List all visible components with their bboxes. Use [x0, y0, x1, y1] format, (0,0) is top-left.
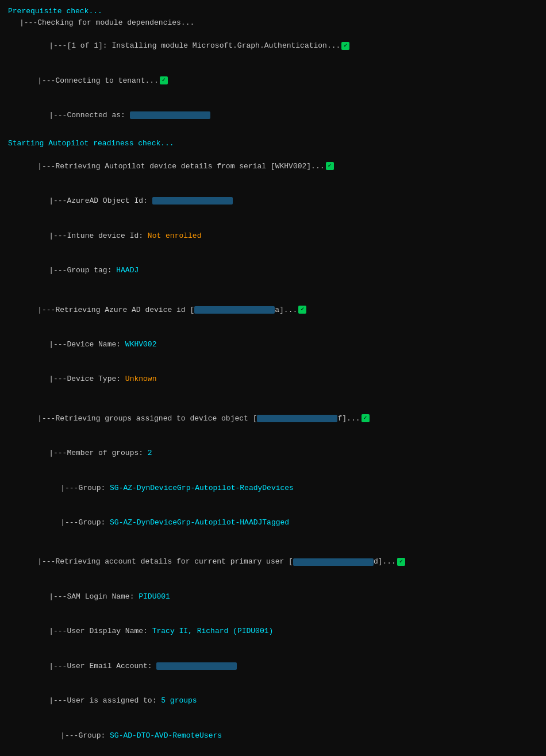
user-group1-line: |---Group: SG-AD-DTO-AVD-RemoteUsers	[8, 718, 538, 753]
group-tag-value: HAADJ	[116, 266, 139, 275]
sam-login-line: |---SAM Login Name: PIDU001	[8, 580, 538, 614]
check-icon-5: ✓	[362, 414, 370, 422]
check-icon-2: ✓	[160, 76, 168, 84]
connected-as-value	[130, 111, 210, 119]
check-icon-6: ✓	[397, 558, 405, 566]
user-email-value	[156, 662, 237, 670]
retrieving-groups-line: |---Retrieving groups assigned to device…	[8, 402, 538, 436]
azuread-object-id-value	[152, 197, 233, 205]
device-name-line: |---Device Name: WKHV002	[8, 327, 538, 362]
intune-not-enrolled: Not enrolled	[148, 232, 202, 240]
prerequisite-check-label: Prerequisite check...	[8, 6, 538, 17]
device-type-line: |---Device Type: Unknown	[8, 362, 538, 396]
device-name-value: WKHV002	[125, 340, 157, 349]
check-icon: ✓	[341, 42, 349, 50]
sam-login-value: PIDU001	[139, 592, 170, 601]
group1-line: |---Group: SG-AZ-DynDeviceGrp-Autopilot-…	[8, 470, 538, 505]
user-email-line: |---User Email Account:	[8, 649, 538, 684]
user-assigned-to-line: |---User is assigned to: 5 groups	[8, 684, 538, 718]
user-group1-value: SG-AD-DTO-AVD-RemoteUsers	[110, 731, 222, 740]
retrieving-account-line: |---Retrieving account details for curre…	[8, 545, 538, 579]
group2-value: SG-AZ-DynDeviceGrp-Autopilot-HAADJTagged	[110, 518, 289, 527]
member-groups-count: 2	[148, 449, 152, 457]
starting-autopilot-label: Starting Autopilot readiness check...	[8, 138, 538, 149]
connected-as-line: |---Connected as:	[8, 98, 538, 133]
user-display-line: |---User Display Name: Tracy II, Richard…	[8, 614, 538, 649]
user-assigned-groups: 5 groups	[161, 696, 197, 705]
user-display-value: Tracy II, Richard (PIDU001)	[152, 627, 274, 635]
intune-device-id-line: |---Intune device Id: Not enrolled	[8, 219, 538, 253]
azure-id-blurred	[194, 306, 275, 314]
connecting-tenant-line: |---Connecting to tenant...✓	[8, 64, 538, 98]
device-type-value: Unknown	[125, 375, 157, 383]
check-icon-3: ✓	[326, 162, 334, 170]
checking-module-line: |---Checking for module dependencies...	[8, 17, 538, 29]
groups-blurred	[257, 415, 337, 422]
group1-value: SG-AZ-DynDeviceGrp-Autopilot-ReadyDevice…	[110, 484, 294, 492]
account-blurred	[293, 558, 374, 566]
retrieving-serial-line: |---Retrieving Autopilot device details …	[8, 149, 538, 184]
member-of-groups-line: |---Member of groups: 2	[8, 436, 538, 470]
group2-line: |---Group: SG-AZ-DynDeviceGrp-Autopilot-…	[8, 506, 538, 540]
check-icon-4: ✓	[298, 306, 306, 314]
azuread-object-id-line: |---AzureAD Object Id:	[8, 184, 538, 218]
user-group2-line: |---Group: SG-AD-DTO-RDPUsers	[8, 753, 538, 756]
installing-module-line: |---[1 of 1]: Installing module Microsof…	[8, 29, 538, 63]
retrieving-azure-id-line: |---Retrieving Azure AD device id [ a]..…	[8, 292, 538, 327]
group-tag-line: |---Group tag: HAADJ	[8, 253, 538, 288]
terminal-output: Prerequisite check... |---Checking for m…	[8, 6, 538, 756]
